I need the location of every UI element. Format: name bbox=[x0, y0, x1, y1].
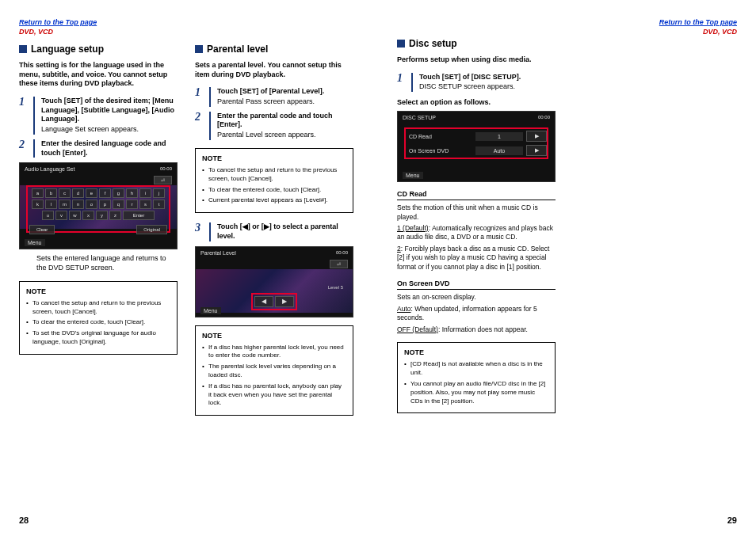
disc-row-osd: On Screen DVD Auto ▶ bbox=[406, 143, 547, 158]
next-arrow-icon[interactable]: ▶ bbox=[275, 296, 294, 307]
key[interactable]: c bbox=[59, 188, 71, 198]
back-button[interactable]: ⏎ bbox=[154, 176, 172, 184]
key[interactable]: z bbox=[109, 211, 121, 220]
clear-button[interactable]: Clear bbox=[29, 225, 55, 234]
screenshot-parental-level: Parental Level 00:00 ⏎ Level 5 ◀ ▶ Menu bbox=[195, 246, 353, 317]
key[interactable]: o bbox=[86, 200, 97, 209]
key[interactable]: m bbox=[59, 200, 71, 209]
key[interactable]: x bbox=[82, 211, 94, 220]
key[interactable]: h bbox=[126, 188, 138, 198]
key[interactable]: q bbox=[113, 200, 124, 209]
highlight-frame: ◀ ▶ bbox=[251, 293, 297, 310]
key[interactable]: r bbox=[126, 200, 138, 209]
cd-read-value: 1 bbox=[475, 132, 523, 141]
level-indicator: Level 5 bbox=[328, 285, 343, 290]
note-box-parental-2: NOTE If a disc has higher parental lock … bbox=[195, 325, 353, 416]
key[interactable]: u bbox=[42, 211, 54, 220]
col-disc: Disc setup Performs setup when using dis… bbox=[397, 38, 556, 413]
section-marker bbox=[19, 45, 27, 53]
key[interactable]: w bbox=[69, 211, 81, 220]
key[interactable]: s bbox=[139, 200, 151, 209]
key[interactable]: y bbox=[96, 211, 108, 220]
disc-row-cd-read: CD Read 1 ▶ bbox=[406, 129, 547, 143]
menu-button[interactable]: Menu bbox=[403, 172, 423, 179]
key[interactable]: e bbox=[86, 188, 97, 198]
key[interactable]: p bbox=[99, 200, 111, 209]
key[interactable]: t bbox=[153, 200, 165, 209]
parental-step-3: 3 Touch [◀] or [▶] to select a parental … bbox=[195, 222, 353, 241]
back-button[interactable]: ⏎ bbox=[330, 260, 348, 268]
page-number-right: 29 bbox=[727, 515, 737, 525]
option-head-osd: On Screen DVD bbox=[397, 279, 556, 290]
key[interactable]: v bbox=[55, 211, 67, 220]
select-option-line: Select an option as follows. bbox=[397, 98, 556, 106]
page-right: Return to the Top page DVD, VCD Disc set… bbox=[378, 0, 756, 536]
return-link-right[interactable]: Return to the Top page bbox=[659, 18, 737, 26]
language-intro: This setting is for the language used in… bbox=[19, 61, 178, 89]
page-number-left: 28 bbox=[19, 515, 29, 525]
section-marker bbox=[397, 40, 405, 48]
play-icon[interactable]: ▶ bbox=[526, 145, 547, 156]
option-body-cd-read: Sets the motion of this unit when a musi… bbox=[397, 203, 556, 272]
return-link-left[interactable]: Return to the Top page bbox=[19, 18, 97, 26]
keyboard: abcdefghij klmnopqrst uvwxyz Enter bbox=[29, 188, 167, 222]
option-body-osd: Sets an on-screen display. Auto: When up… bbox=[397, 293, 556, 334]
menu-button[interactable]: Menu bbox=[200, 307, 221, 314]
key[interactable]: i bbox=[139, 188, 151, 198]
language-step-1: 1 Touch [SET] of the desired item; [Menu… bbox=[19, 97, 178, 135]
key[interactable]: g bbox=[113, 188, 124, 198]
key[interactable]: f bbox=[99, 188, 111, 198]
key[interactable]: n bbox=[72, 200, 84, 209]
section-marker bbox=[195, 45, 203, 53]
parental-intro: Sets a parental level. You cannot setup … bbox=[195, 61, 353, 79]
original-button[interactable]: Original bbox=[136, 225, 167, 234]
language-result: Sets the entered language and returns to… bbox=[36, 254, 178, 272]
parental-step-1: 1 Touch [SET] of [Parental Level].Parent… bbox=[195, 87, 353, 106]
disc-intro: Performs setup when using disc media. bbox=[397, 55, 556, 65]
language-step-2: 2 Enter the desired language code and to… bbox=[19, 139, 178, 158]
section-title-language: Language setup bbox=[31, 44, 104, 55]
key[interactable]: b bbox=[45, 188, 57, 198]
key[interactable]: l bbox=[45, 200, 57, 209]
option-head-cd-read: CD Read bbox=[397, 190, 556, 200]
note-box-disc: NOTE [CD Read] is not available when a d… bbox=[397, 342, 556, 413]
note-box-parental-1: NOTE To cancel the setup and return to t… bbox=[195, 148, 353, 213]
section-tag-left: DVD, VCD bbox=[19, 28, 359, 36]
highlight-frame: CD Read 1 ▶ On Screen DVD Auto ▶ bbox=[404, 127, 548, 159]
page-left: Return to the Top page DVD, VCD Language… bbox=[0, 0, 378, 536]
disc-step-1: 1 Touch [SET] of [DISC SETUP].DISC SETUP… bbox=[397, 73, 556, 92]
key[interactable]: a bbox=[32, 188, 44, 198]
step-number: 1 bbox=[19, 97, 29, 135]
section-title-disc: Disc setup bbox=[409, 38, 457, 49]
enter-key[interactable]: Enter bbox=[123, 211, 155, 220]
screenshot-language-keyboard: Audio Language Set 00:00 ⏎ abcdefghij kl… bbox=[19, 162, 178, 249]
prev-arrow-icon[interactable]: ◀ bbox=[254, 296, 273, 307]
play-icon[interactable]: ▶ bbox=[526, 131, 547, 142]
section-title-parental: Parental level bbox=[207, 44, 268, 55]
key[interactable]: j bbox=[153, 188, 165, 198]
note-box-language: NOTE To cancel the setup and return to t… bbox=[19, 281, 178, 355]
key[interactable]: d bbox=[72, 188, 84, 198]
menu-button[interactable]: Menu bbox=[25, 239, 45, 246]
section-tag-right: DVD, VCD bbox=[659, 28, 737, 36]
step-number: 2 bbox=[19, 139, 29, 158]
key[interactable]: k bbox=[32, 200, 44, 209]
col-parental: Parental level Sets a parental level. Yo… bbox=[195, 44, 353, 416]
screenshot-disc-setup: DISC SETUP 00:00 CD Read 1 ▶ On Screen D… bbox=[397, 111, 556, 182]
col-language: Language setup This setting is for the l… bbox=[19, 44, 178, 416]
osd-value: Auto bbox=[475, 146, 523, 155]
parental-step-2: 2 Enter the parental code and touch [Ent… bbox=[195, 112, 353, 140]
